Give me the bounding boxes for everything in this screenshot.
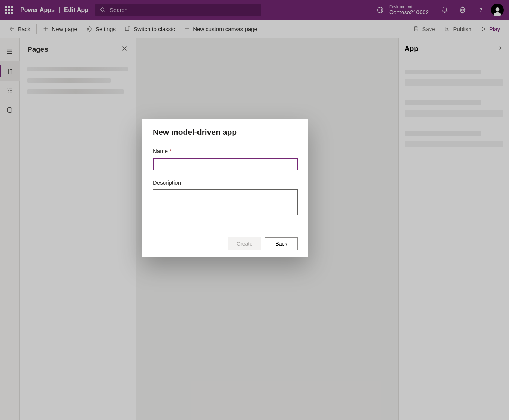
name-field-label: Name*	[153, 148, 298, 154]
dialog-title: New model-driven app	[153, 128, 298, 137]
dialog-back-button[interactable]: Back	[265, 237, 298, 250]
new-app-dialog: New model-driven app Name* Description C…	[142, 119, 308, 257]
description-field-label: Description	[153, 179, 298, 186]
description-input[interactable]	[153, 189, 298, 215]
create-button[interactable]: Create	[228, 237, 261, 250]
required-asterisk: *	[169, 148, 172, 154]
name-input[interactable]	[153, 158, 298, 170]
